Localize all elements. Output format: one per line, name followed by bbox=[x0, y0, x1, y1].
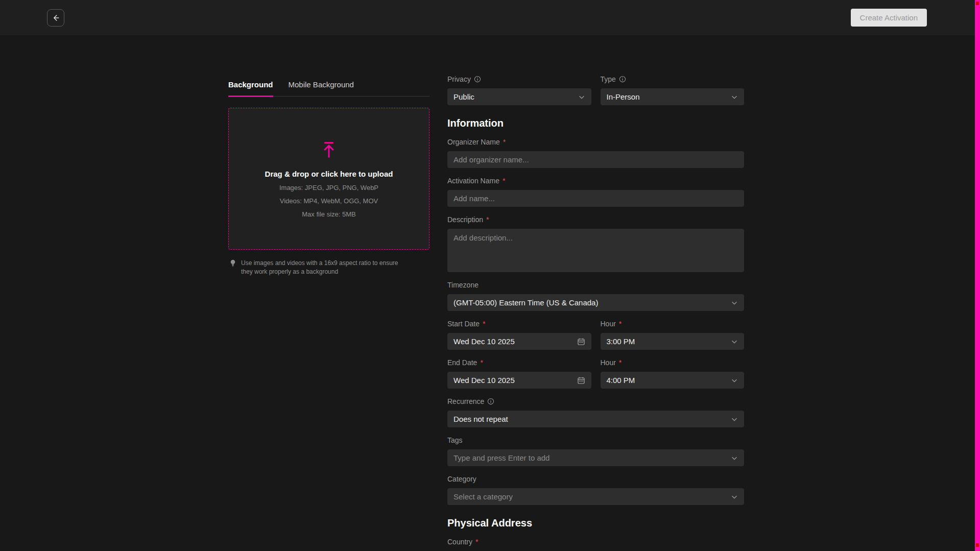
start-date-field: Start Date * Wed Dec 10 2025 bbox=[447, 320, 591, 350]
info-icon[interactable] bbox=[619, 76, 626, 83]
main-content: Background Mobile Background Drag & drop… bbox=[228, 35, 980, 551]
tab-mobile-background[interactable]: Mobile Background bbox=[289, 80, 354, 97]
timezone-field: Timezone (GMT-05:00) Eastern Time (US & … bbox=[447, 281, 744, 311]
create-activation-button[interactable]: Create Activation bbox=[851, 9, 927, 27]
chevron-down-icon bbox=[731, 377, 738, 384]
lightbulb-icon bbox=[229, 259, 236, 267]
start-hour-label: Hour bbox=[601, 320, 616, 328]
scrollbar-top-dot bbox=[976, 2, 979, 5]
required-marker: * bbox=[503, 177, 505, 185]
activation-name-input[interactable] bbox=[447, 190, 744, 207]
organizer-name-label: Organizer Name bbox=[447, 138, 500, 146]
scrollbar[interactable] bbox=[975, 0, 980, 551]
tags-input[interactable]: Type and press Enter to add bbox=[447, 449, 744, 466]
privacy-select[interactable]: Public bbox=[447, 88, 591, 105]
upload-dropzone[interactable]: Drag & drop or click here to upload Imag… bbox=[228, 108, 429, 250]
category-field: Category Select a category bbox=[447, 475, 744, 505]
chevron-down-icon bbox=[731, 299, 738, 306]
upload-images-hint: Images: JPEG, JPG, PNG, WebP bbox=[279, 184, 378, 191]
upload-title: Drag & drop or click here to upload bbox=[265, 170, 393, 178]
tip-text: Use images and videos with a 16x9 aspect… bbox=[241, 259, 410, 277]
start-hour-select[interactable]: 3:00 PM bbox=[601, 333, 745, 350]
top-bar: Create Activation bbox=[0, 0, 980, 35]
organizer-name-field: Organizer Name * bbox=[447, 138, 744, 168]
timezone-label: Timezone bbox=[447, 281, 479, 289]
aspect-ratio-tip: Use images and videos with a 16x9 aspect… bbox=[228, 259, 429, 277]
description-label: Description bbox=[447, 215, 483, 224]
chevron-down-icon bbox=[731, 493, 738, 500]
timezone-select[interactable]: (GMT-05:00) Eastern Time (US & Canada) bbox=[447, 294, 744, 311]
activation-name-field: Activation Name * bbox=[447, 177, 744, 207]
info-icon[interactable] bbox=[487, 398, 494, 405]
end-date-field: End Date * Wed Dec 10 2025 bbox=[447, 358, 591, 389]
required-marker: * bbox=[483, 320, 485, 328]
required-marker: * bbox=[619, 320, 622, 328]
privacy-field: Privacy Public bbox=[447, 75, 591, 105]
country-field: Country * bbox=[447, 538, 744, 546]
description-textarea[interactable] bbox=[447, 229, 744, 272]
scrollbar-bottom-dot bbox=[976, 543, 979, 547]
chevron-down-icon bbox=[731, 93, 738, 101]
recurrence-label: Recurrence bbox=[447, 397, 484, 405]
recurrence-field: Recurrence Does not repeat bbox=[447, 397, 744, 427]
chevron-down-icon bbox=[731, 338, 738, 345]
privacy-type-row: Privacy Public Type bbox=[447, 75, 744, 105]
description-field: Description * bbox=[447, 215, 744, 272]
info-icon[interactable] bbox=[474, 76, 481, 83]
privacy-label: Privacy bbox=[447, 75, 471, 83]
category-label: Category bbox=[447, 475, 476, 483]
arrow-left-icon bbox=[51, 13, 60, 22]
upload-maxsize-hint: Max file size: 5MB bbox=[302, 210, 355, 218]
activation-name-label: Activation Name bbox=[447, 177, 499, 185]
end-hour-field: Hour * 4:00 PM bbox=[601, 358, 745, 389]
recurrence-select[interactable]: Does not repeat bbox=[447, 411, 744, 427]
required-marker: * bbox=[486, 215, 489, 224]
type-select[interactable]: In-Person bbox=[601, 88, 745, 105]
end-hour-label: Hour bbox=[601, 358, 616, 367]
information-heading: Information bbox=[447, 117, 744, 129]
end-date-input[interactable]: Wed Dec 10 2025 bbox=[447, 372, 591, 389]
tags-field: Tags Type and press Enter to add bbox=[447, 436, 744, 466]
upload-arrow-icon bbox=[319, 140, 339, 160]
calendar-icon bbox=[577, 338, 585, 346]
upload-videos-hint: Videos: MP4, WebM, OGG, MOV bbox=[280, 197, 378, 205]
chevron-down-icon bbox=[731, 416, 738, 423]
physical-address-heading: Physical Address bbox=[447, 517, 744, 529]
start-date-input[interactable]: Wed Dec 10 2025 bbox=[447, 333, 591, 350]
tab-background[interactable]: Background bbox=[228, 80, 273, 97]
required-marker: * bbox=[619, 358, 622, 367]
end-row: End Date * Wed Dec 10 2025 Hour * 4:00 P… bbox=[447, 358, 744, 389]
country-label: Country bbox=[447, 538, 472, 546]
start-row: Start Date * Wed Dec 10 2025 Hour * 3:00… bbox=[447, 320, 744, 350]
form-panel: Privacy Public Type bbox=[447, 75, 744, 551]
chevron-down-icon bbox=[578, 93, 585, 101]
type-label: Type bbox=[601, 75, 616, 83]
organizer-name-input[interactable] bbox=[447, 151, 744, 168]
start-date-label: Start Date bbox=[447, 320, 480, 328]
end-date-label: End Date bbox=[447, 358, 477, 367]
required-marker: * bbox=[475, 538, 478, 546]
start-hour-field: Hour * 3:00 PM bbox=[601, 320, 745, 350]
tags-label: Tags bbox=[447, 436, 463, 444]
calendar-icon bbox=[577, 376, 585, 385]
tabs: Background Mobile Background bbox=[228, 80, 429, 97]
back-button[interactable] bbox=[47, 9, 64, 27]
chevron-down-icon bbox=[731, 454, 738, 462]
media-panel: Background Mobile Background Drag & drop… bbox=[228, 80, 429, 551]
type-field: Type In-Person bbox=[601, 75, 745, 105]
required-marker: * bbox=[480, 358, 483, 367]
end-hour-select[interactable]: 4:00 PM bbox=[601, 372, 745, 389]
category-select[interactable]: Select a category bbox=[447, 488, 744, 505]
required-marker: * bbox=[503, 138, 506, 146]
